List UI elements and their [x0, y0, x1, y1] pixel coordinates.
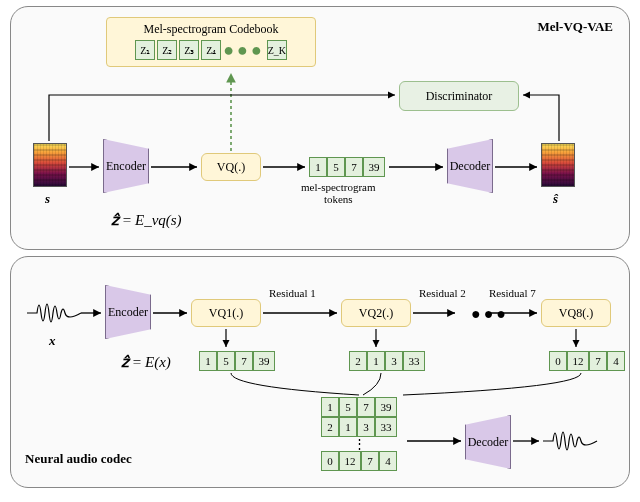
token-cell: 39 — [375, 397, 397, 417]
input-symbol-bottom: x — [49, 333, 56, 349]
codebook-cell: Z₃ — [179, 40, 199, 60]
residual1-label: Residual 1 — [269, 287, 316, 299]
codebook-entries: Z₁ Z₂ Z₃ Z₄ ●●● Z_K — [113, 40, 309, 60]
token-cell: 5 — [327, 157, 345, 177]
token-cell: 3 — [385, 351, 403, 371]
token-cell: 0 — [321, 451, 339, 471]
output-symbol: ŝ — [553, 191, 558, 207]
token-cell: 33 — [375, 417, 397, 437]
token-cell: 1 — [321, 397, 339, 417]
residual2-label: Residual 2 — [419, 287, 466, 299]
token-cell: 7 — [345, 157, 363, 177]
token-cell: 1 — [339, 417, 357, 437]
ellipsis-icon: ●●● — [471, 305, 509, 323]
decoder-label-bottom: Decoder — [466, 435, 510, 450]
decoder-label: Decoder — [448, 159, 492, 174]
eq-lhs-b: ẑ — [121, 354, 129, 370]
token-cell: 4 — [607, 351, 625, 371]
token-stack: 1 5 7 39 2 1 3 33 ⋮ 0 12 7 4 — [321, 397, 397, 471]
decoder-block: Decoder — [447, 139, 493, 193]
token-cell: 39 — [253, 351, 275, 371]
codebook-cell: Z₂ — [157, 40, 177, 60]
encoder-label-bottom: Encoder — [106, 305, 150, 320]
output-spectrogram — [541, 143, 575, 187]
panel-title-bottom: Neural audio codec — [25, 451, 132, 467]
neural-codec-panel: Neural audio codec x Encoder VQ1(.) VQ2(… — [10, 256, 630, 488]
output-waveform-icon — [541, 423, 599, 459]
discriminator-block: Discriminator — [399, 81, 519, 111]
vq1-label: VQ1(.) — [209, 306, 243, 321]
token-cell: 7 — [589, 351, 607, 371]
token-cell: 12 — [339, 451, 361, 471]
vq1-block: VQ1(.) — [191, 299, 261, 327]
token-cell: 7 — [357, 397, 375, 417]
ellipsis-icon: ⋮ — [321, 437, 397, 451]
vq2-block: VQ2(.) — [341, 299, 411, 327]
token-cell: 0 — [549, 351, 567, 371]
eq-lhs: ẑ — [111, 212, 119, 228]
input-spectrogram — [33, 143, 67, 187]
input-symbol: s — [45, 191, 50, 207]
token-cell: 7 — [235, 351, 253, 371]
token-cell: 2 — [349, 351, 367, 371]
mel-vq-vae-panel: Mel-VQ-VAE Mel-spectrogram Codebook Z₁ Z… — [10, 6, 630, 250]
eq-eq: = — [119, 212, 135, 228]
discriminator-label: Discriminator — [426, 89, 493, 104]
token-cell: 2 — [321, 417, 339, 437]
token-cell: 5 — [339, 397, 357, 417]
tokens-vq2: 2 1 3 33 — [349, 351, 425, 371]
codebook-cell: Z₁ — [135, 40, 155, 60]
input-waveform-icon — [25, 295, 83, 331]
token-cell: 1 — [367, 351, 385, 371]
eq-rhs: E_vq(s) — [135, 212, 182, 228]
token-sequence: 1 5 7 39 — [309, 157, 385, 177]
tokens-vq1: 1 5 7 39 — [199, 351, 275, 371]
codebook: Mel-spectrogram Codebook Z₁ Z₂ Z₃ Z₄ ●●●… — [106, 17, 316, 67]
decoder-block-bottom: Decoder — [465, 415, 511, 469]
vq8-label: VQ8(.) — [559, 306, 593, 321]
token-cell: 5 — [217, 351, 235, 371]
codebook-title: Mel-spectrogram Codebook — [113, 22, 309, 37]
eq-rhs-b: E(x) — [145, 354, 171, 370]
token-cell: 1 — [309, 157, 327, 177]
token-cell: 33 — [403, 351, 425, 371]
vq2-label: VQ2(.) — [359, 306, 393, 321]
codebook-cell: Z₄ — [201, 40, 221, 60]
token-cell: 7 — [361, 451, 379, 471]
ellipsis-icon: ●●● — [223, 45, 265, 55]
panel-title-top: Mel-VQ-VAE — [537, 19, 613, 35]
residual7-label: Residual 7 — [489, 287, 536, 299]
encoder-block: Encoder — [103, 139, 149, 193]
vq-block: VQ(.) — [201, 153, 261, 181]
encoder-block-bottom: Encoder — [105, 285, 151, 339]
tokens-vq8: 0 12 7 4 — [549, 351, 625, 371]
equation-top: ẑ = E_vq(s) — [111, 211, 182, 229]
equation-bottom: ẑ = E(x) — [121, 353, 171, 371]
codebook-cell: Z_K — [267, 40, 287, 60]
token-cell: 39 — [363, 157, 385, 177]
token-cell: 12 — [567, 351, 589, 371]
token-cell: 1 — [199, 351, 217, 371]
top-arrows — [11, 7, 631, 251]
vq-label: VQ(.) — [217, 160, 245, 175]
eq-eq-b: = — [129, 354, 145, 370]
token-cell: 4 — [379, 451, 397, 471]
vq8-block: VQ8(.) — [541, 299, 611, 327]
token-cell: 3 — [357, 417, 375, 437]
tokens-caption: mel-spectrogram tokens — [301, 181, 376, 205]
encoder-label: Encoder — [104, 159, 148, 174]
